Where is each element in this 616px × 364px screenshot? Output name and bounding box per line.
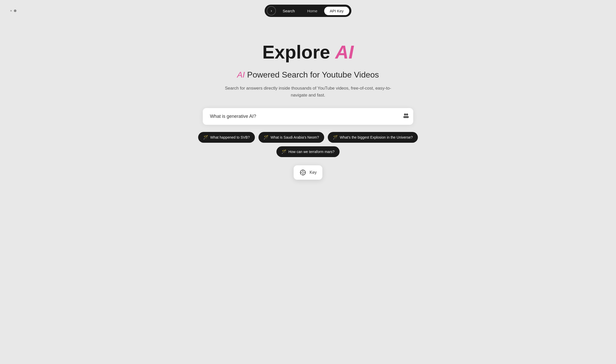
hero-description: Search for answers directly inside thous… <box>225 85 391 99</box>
svg-point-1 <box>406 113 408 116</box>
hero-title: Explore AI <box>262 42 354 62</box>
arrow-icon: › <box>271 8 272 13</box>
nav-api-key-button[interactable]: API Key <box>324 7 349 15</box>
chip-label-terraform: How can we terraform mars? <box>288 150 335 154</box>
svg-point-0 <box>404 113 406 116</box>
nav-link-home[interactable]: Home <box>302 7 323 15</box>
nav-dots <box>10 9 16 12</box>
suggestion-chip-terraform[interactable]: 🪄 How can we terraform mars? <box>276 146 340 157</box>
dot-1 <box>10 10 12 12</box>
chip-icon-terraform: 🪄 <box>282 149 286 154</box>
suggestions-container: 🪄 What happened to SVB? 🪄 What is Saudi … <box>198 132 418 157</box>
suggestion-chip-neom[interactable]: 🪄 What is Saudi Arabia's Neom? <box>258 132 324 143</box>
hero-subtitle-rest: Powered Search for Youtube Videos <box>245 70 379 79</box>
nav-arrow-button[interactable]: › <box>267 6 276 15</box>
search-input[interactable] <box>203 108 413 125</box>
dot-2 <box>14 9 16 12</box>
users-icon <box>403 113 409 120</box>
svg-point-3 <box>405 116 409 118</box>
chip-label-explosion: What's the biggest Explosion in the Univ… <box>340 135 413 139</box>
users-icon-button[interactable] <box>403 113 409 120</box>
chip-icon-neom: 🪄 <box>264 135 268 140</box>
chip-label-svb: What happened to SVB? <box>210 135 250 139</box>
api-key-popup-label: Key <box>310 170 317 175</box>
suggestion-chip-explosion[interactable]: 🪄 What's the biggest Explosion in the Un… <box>328 132 418 143</box>
search-container <box>203 108 413 125</box>
openai-icon <box>299 169 306 176</box>
suggestion-chip-svb[interactable]: 🪄 What happened to SVB? <box>198 132 255 143</box>
hero-subtitle-ai: AI <box>237 70 245 79</box>
hero-subtitle: AI Powered Search for Youtube Videos <box>237 70 379 80</box>
nav-pill: › Search Home API Key <box>265 5 351 17</box>
hero-title-explore: Explore <box>262 42 335 62</box>
nav-link-search[interactable]: Search <box>277 7 301 15</box>
chip-label-neom: What is Saudi Arabia's Neom? <box>271 135 319 139</box>
api-key-popup[interactable]: Key <box>294 165 322 180</box>
chip-icon-svb: 🪄 <box>203 135 208 140</box>
hero-section: Explore AI AI Powered Search for Youtube… <box>192 42 424 180</box>
navbar: › Search Home API Key <box>0 0 616 22</box>
hero-title-ai: AI <box>335 42 354 62</box>
svg-point-4 <box>302 171 304 174</box>
chip-icon-explosion: 🪄 <box>333 135 338 140</box>
